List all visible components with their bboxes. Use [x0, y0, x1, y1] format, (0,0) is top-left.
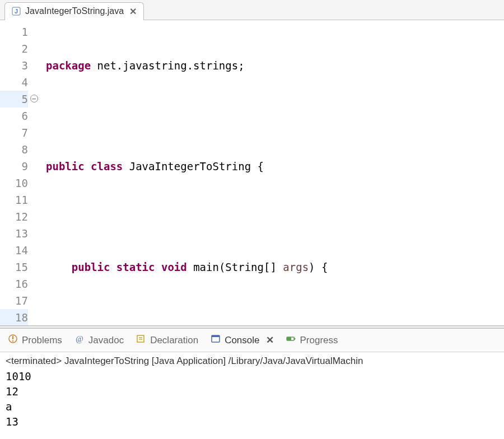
- line-number: 15: [0, 259, 28, 275]
- line-number: 12: [0, 208, 28, 225]
- line-number: 13: [0, 225, 28, 242]
- svg-rect-4: [12, 340, 13, 342]
- tab-declaration[interactable]: Declaration: [136, 334, 198, 347]
- code-line: [46, 309, 504, 325]
- fold-icon[interactable]: −: [30, 95, 38, 102]
- javadoc-icon: @: [74, 334, 85, 347]
- code-line: package net.javastring.strings;: [46, 57, 504, 74]
- close-icon[interactable]: ✕: [266, 334, 274, 346]
- line-number: 16: [0, 275, 28, 292]
- code-editor[interactable]: 1 2 3 4 5− 6 7 8 9 10 11 12 13 14 15 16 …: [0, 20, 504, 325]
- console-output[interactable]: 1010 12 a 13: [0, 368, 504, 431]
- line-number: 18: [0, 309, 28, 325]
- code-content[interactable]: package net.javastring.strings; public c…: [32, 20, 504, 325]
- svg-rect-10: [212, 335, 220, 337]
- bottom-tab-bar: Problems @ Javadoc Declaration Console ✕…: [0, 329, 504, 352]
- line-number: 4: [0, 74, 28, 91]
- code-line: public static void main(String[] args) {: [46, 259, 504, 275]
- editor-tab-bar: J JavaIntegerToString.java ✕: [0, 0, 504, 20]
- tab-progress[interactable]: Progress: [286, 334, 338, 347]
- line-number: 9: [0, 158, 28, 175]
- editor-tab[interactable]: J JavaIntegerToString.java ✕: [4, 2, 144, 20]
- line-number: 7: [0, 124, 28, 141]
- svg-rect-6: [137, 335, 144, 342]
- tab-javadoc[interactable]: @ Javadoc: [74, 334, 124, 347]
- line-number: 2: [0, 40, 28, 57]
- line-number: 3: [0, 57, 28, 74]
- close-icon[interactable]: ✕: [129, 6, 137, 17]
- line-number: 1: [0, 24, 28, 40]
- line-number: 5−: [0, 91, 28, 108]
- tab-filename: JavaIntegerToString.java: [25, 6, 124, 16]
- tab-problems[interactable]: Problems: [8, 334, 62, 347]
- svg-rect-3: [12, 336, 13, 339]
- tab-console[interactable]: Console ✕: [211, 334, 273, 347]
- code-line: [46, 108, 504, 124]
- progress-icon: [286, 334, 296, 347]
- console-status: <terminated> JavaIntegerToString [Java A…: [0, 352, 504, 368]
- line-number: 11: [0, 192, 28, 208]
- line-number: 17: [0, 292, 28, 309]
- svg-text:J: J: [15, 8, 18, 15]
- problems-icon: [8, 334, 18, 347]
- line-number: 6: [0, 108, 28, 124]
- line-number: 14: [0, 242, 28, 259]
- declaration-icon: [136, 334, 146, 347]
- line-number: 8: [0, 141, 28, 158]
- line-number-gutter: 1 2 3 4 5− 6 7 8 9 10 11 12 13 14 15 16 …: [0, 20, 32, 325]
- code-line: [46, 208, 504, 225]
- line-number: 10: [0, 175, 28, 192]
- java-file-icon: J: [12, 7, 21, 16]
- svg-text:@: @: [76, 334, 83, 343]
- svg-rect-12: [287, 337, 291, 340]
- code-line: public class JavaIntegerToString {: [46, 158, 504, 175]
- console-icon: [211, 334, 221, 347]
